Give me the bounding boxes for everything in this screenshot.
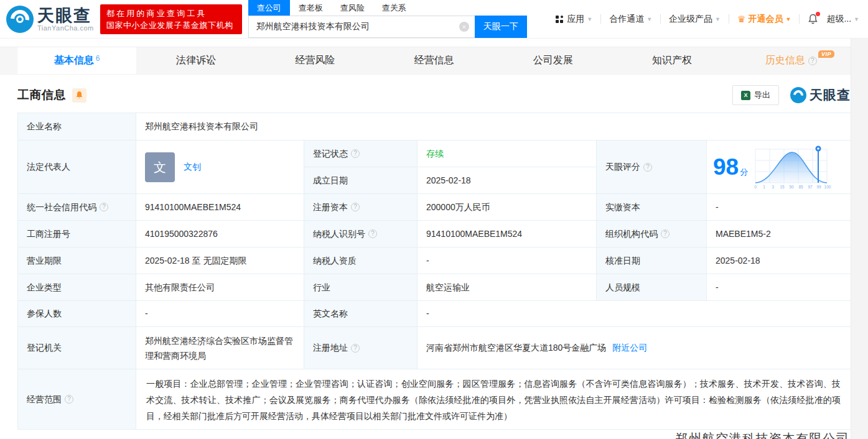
notification-bell[interactable] [808,14,818,25]
field-value-business-scope: 一般项目：企业总部管理；企业管理；企业管理咨询；认证咨询；创业空间服务；园区管理… [136,369,851,430]
field-value-taxpayer-id: 91410100MAEBE1M524 [418,221,597,247]
tab-basic-info-label: 基本信息 [54,54,94,67]
score-distribution-chart: 0 1 3 15 50 85 97 99 100 [753,144,831,190]
chevron-down-icon: ▼ [715,16,721,22]
label-text: 注册资本 [313,200,348,214]
promo-line1: 都在用的商业查询工具 [106,7,236,19]
tab-label: 知识产权 [652,54,692,67]
help-icon[interactable]: ? [368,229,377,238]
notification-dot [816,12,820,16]
field-label-taxpayer-id: 纳税人识别号 ? [304,221,418,247]
label-text: 组织机构代码 [605,227,658,241]
score-unit: 分 [740,167,748,177]
help-icon[interactable]: ? [661,229,670,238]
score-axis-tick: 3 [772,185,774,189]
nav-apps[interactable]: 应用 ▼ [556,14,592,25]
search-tab-relation[interactable]: 查关系 [373,0,415,16]
field-value-reg-number: 410195000322876 [136,221,304,247]
help-icon[interactable]: ? [643,163,652,172]
label-text: 经营范围 [27,392,62,406]
tab-label: 经营风险 [295,54,335,67]
page-right-gutter[interactable] [851,39,868,439]
help-icon[interactable]: ? [351,149,360,158]
divider [660,14,661,24]
tianyancha-logo-icon [790,87,806,103]
top-header: 天眼查 TianYanCha.com 都在用的商业查询工具 国家中小企业发展子基… [0,0,868,39]
field-value-est-date: 2025-02-18 [418,167,597,194]
chevron-down-icon: ▼ [646,16,652,22]
crown-icon: ♛ [737,14,745,25]
tab-history-info[interactable]: VIP 历史信息 ? [732,47,851,74]
export-label: 导出 [754,90,770,101]
nav-super-vip[interactable]: 超级... ▼ [826,14,859,25]
field-label-score: 天眼评分 ? [597,141,707,194]
tab-label: 经营信息 [414,54,454,67]
help-icon[interactable]: ? [808,57,817,65]
field-label-industry: 行业 [304,274,418,301]
field-label-credit-code: 统一社会信用代码 ? [18,194,136,221]
search-input[interactable] [248,16,475,38]
search-tabs: 查公司 查老板 查风险 查关系 [248,0,527,16]
field-label-company-name: 企业名称 [18,113,136,141]
tab-company-development[interactable]: 公司发展 [493,47,612,74]
score-axis-tick: 50 [790,185,795,189]
field-value-industry: 航空运输业 [418,274,597,301]
field-label-business-scope: 经营范围 ? [18,369,136,430]
legal-rep-avatar[interactable]: 文 [145,152,175,182]
field-value-business-term: 2025-02-18 至 无固定期限 [136,247,304,274]
label-text: 注册地址 [313,341,348,354]
label-text: 统一社会信用代码 [27,200,96,214]
help-icon[interactable]: ? [351,203,360,211]
field-label-est-date: 成立日期 [304,167,418,194]
tab-history-label: 历史信息 [765,54,805,67]
help-icon[interactable]: ? [65,395,73,404]
help-icon[interactable]: ? [100,203,108,211]
search-button[interactable]: 天眼一下 [475,16,527,38]
field-value-legal-rep: 文 文钊 [136,141,304,194]
score-axis-tick: 1 [763,185,765,189]
monitor-bell-button[interactable] [72,88,86,103]
tianyancha-logo-icon [6,6,34,33]
field-value-score: 98分 0 1 3 15 50 [707,141,851,194]
tab-operation-info[interactable]: 经营信息 [375,47,493,74]
tab-basic-info[interactable]: 基本信息 6 [17,47,136,74]
search-tab-boss[interactable]: 查老板 [290,0,332,16]
field-label-reg-authority: 登记机关 [18,327,136,369]
help-icon[interactable]: ? [351,344,360,353]
search-box: 查公司 查老板 查风险 查关系 × 天眼一下 [248,0,527,38]
bell-icon [75,91,83,99]
legal-rep-link[interactable]: 文钊 [184,160,201,173]
nav-super-label: 超级... [826,14,851,25]
tianyancha-logo[interactable]: 天眼查 TianYanCha.com [6,6,94,33]
score-axis: 0 1 3 15 50 85 97 99 100 [754,185,831,189]
field-value-approval-date: 2025-02-18 [707,247,851,274]
field-label-reg-address: 注册地址 ? [304,327,418,369]
tab-intellectual-property[interactable]: 知识产权 [612,47,731,74]
search-tab-company[interactable]: 查公司 [248,0,290,16]
tab-operation-risk[interactable]: 经营风险 [256,47,375,74]
nav-partner-label: 合作通道 [609,14,644,25]
nav-open-vip[interactable]: ♛ 开通会员 ▼ [737,14,791,25]
field-label-insured-count: 参保人数 [18,301,136,327]
brand-name: 天眼查 [810,86,851,104]
tab-legal-litigation[interactable]: 法律诉讼 [136,47,255,74]
field-value-reg-authority: 郑州航空港经济综合实验区市场监督管理和营商环境局 [136,327,304,369]
top-nav: 应用 ▼ 合作通道 ▼ 企业级产品 ▼ ♛ 开通会员 ▼ 超级... [556,14,859,25]
field-label-paid-capital: 实缴资本 [597,194,707,221]
field-value-reg-capital: 200000万人民币 [418,194,597,221]
score-axis-tick: 15 [780,185,785,189]
field-label-approval-date: 核准日期 [597,247,707,274]
promo-line2: 国家中小企业发展子基金旗下机构 [106,19,236,31]
search-tab-risk[interactable]: 查风险 [332,0,373,16]
field-value-org-code: MAEBE1M5-2 [707,221,851,247]
export-button[interactable]: X 导出 [732,85,779,105]
nav-partner[interactable]: 合作通道 ▼ [609,14,652,25]
nav-enterprise-label: 企业级产品 [669,14,712,25]
clear-icon[interactable]: × [459,22,469,32]
divider [729,14,729,24]
label-text: 纳税人识别号 [313,227,365,241]
nearby-companies-link[interactable]: 附近公司 [612,341,647,354]
brand-name: 天眼查 [37,7,94,24]
nav-enterprise[interactable]: 企业级产品 ▼ [669,14,721,25]
label-text: 登记状态 [313,147,348,160]
